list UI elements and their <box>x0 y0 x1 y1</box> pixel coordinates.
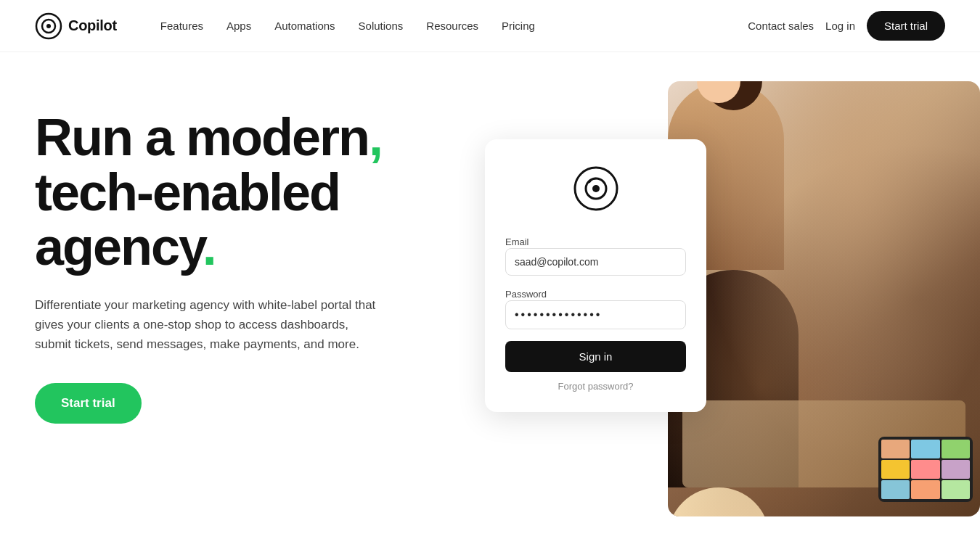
tablet-device <box>878 437 973 502</box>
login-link[interactable]: Log in <box>825 20 855 32</box>
nav-apps[interactable]: Apps <box>218 14 260 38</box>
email-input[interactable] <box>505 248 686 276</box>
logo-text: Copilot <box>68 17 117 34</box>
hero-headline: Run a modern, tech-enabled agency. <box>35 110 456 275</box>
nav-automations[interactable]: Automations <box>266 14 343 38</box>
nav-pricing[interactable]: Pricing <box>493 14 544 38</box>
hero-photo <box>668 81 980 516</box>
password-input[interactable] <box>505 300 686 329</box>
forgot-password-link[interactable]: Forgot password? <box>505 381 686 392</box>
nav-start-trial-button[interactable]: Start trial <box>867 11 945 41</box>
nav-resources[interactable]: Resources <box>417 14 487 38</box>
hero-start-trial-button[interactable]: Start trial <box>35 383 142 424</box>
password-label: Password <box>505 289 547 300</box>
navbar: Copilot Features Apps Automations Soluti… <box>0 0 980 52</box>
headline-line3: agency. <box>35 218 216 276</box>
headline-line1: Run a modern, <box>35 108 382 166</box>
login-card: Email Password Sign in Forgot password? <box>485 139 706 412</box>
headline-line2: tech-enabled <box>35 163 340 221</box>
login-copilot-icon <box>573 165 619 212</box>
nav-links: Features Apps Automations Solutions Reso… <box>152 14 748 38</box>
hero-visual: Email Password Sign in Forgot password? <box>485 96 945 531</box>
svg-point-2 <box>46 24 51 28</box>
svg-point-5 <box>592 185 600 192</box>
logo-link[interactable]: Copilot <box>35 12 117 40</box>
nav-solutions[interactable]: Solutions <box>350 14 412 38</box>
email-label: Email <box>505 236 529 247</box>
hero-content: Run a modern, tech-enabled agency. Diffe… <box>35 96 456 424</box>
hero-subtext: Differentiate your marketing agency with… <box>35 295 383 355</box>
nav-right-actions: Contact sales Log in Start trial <box>748 11 945 41</box>
hero-section: Run a modern, tech-enabled agency. Diffe… <box>0 52 980 560</box>
nav-features[interactable]: Features <box>152 14 212 38</box>
contact-sales-link[interactable]: Contact sales <box>748 20 814 32</box>
logo-icon <box>35 12 62 40</box>
signin-button[interactable]: Sign in <box>505 341 686 372</box>
login-logo-area <box>505 165 686 212</box>
